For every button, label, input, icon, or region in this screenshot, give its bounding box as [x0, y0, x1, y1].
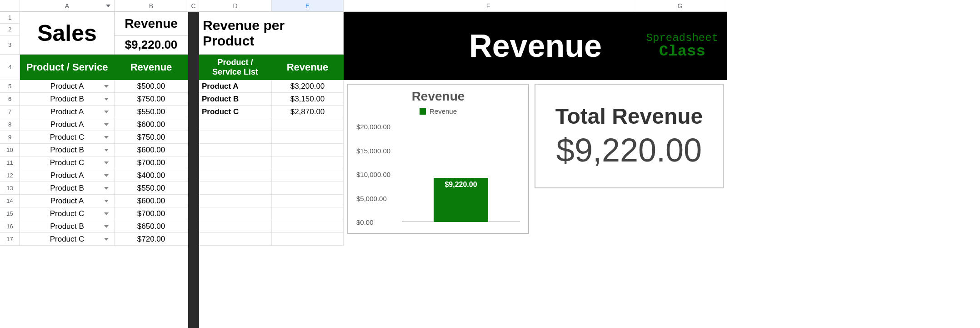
row-header-12[interactable]: 12 — [0, 169, 20, 182]
row-header-11[interactable]: 11 — [0, 156, 20, 169]
summary-revenue-cell[interactable] — [272, 207, 344, 220]
row-header-16[interactable]: 16 — [0, 220, 20, 233]
summary-product-cell[interactable]: Product C — [199, 106, 272, 118]
column-header-B[interactable]: B — [115, 0, 188, 12]
sales-product-cell[interactable]: Product A — [20, 80, 115, 93]
sales-product-cell[interactable]: Product A — [20, 118, 115, 131]
summary-revenue-cell[interactable] — [272, 144, 344, 156]
row-header-9[interactable]: 9 — [0, 131, 20, 144]
chart-bar-label: $9,220.00 — [434, 181, 488, 189]
column-header-D[interactable]: D — [199, 0, 272, 12]
sales-title[interactable]: Sales — [20, 12, 115, 55]
summary-revenue-cell[interactable] — [272, 169, 344, 182]
sales-product-cell[interactable]: Product C — [20, 233, 115, 246]
summary-revenue-cell[interactable] — [272, 220, 344, 233]
brand-logo: Spreadsheet Class — [646, 32, 718, 60]
summary-product-cell[interactable] — [199, 207, 272, 220]
sales-revenue-cell[interactable]: $550.00 — [115, 182, 188, 195]
row-header-7[interactable]: 7 — [0, 106, 20, 118]
sales-product-cell[interactable]: Product C — [20, 131, 115, 144]
chart-y-tick: $20,000.00 — [356, 123, 390, 131]
row-header-15[interactable]: 15 — [0, 207, 20, 220]
sales-revenue-cell[interactable]: $720.00 — [115, 233, 188, 246]
rpp-title[interactable]: Revenue per Product — [199, 12, 344, 55]
summary-revenue-cell[interactable]: $3,150.00 — [272, 93, 344, 106]
header-product-service-list[interactable]: Product / Service List — [199, 55, 272, 80]
total-revenue-box: Total Revenue $9,220.00 — [535, 84, 724, 188]
chart-title: Revenue — [348, 89, 528, 104]
sales-revenue-cell[interactable]: $600.00 — [115, 144, 188, 156]
sales-revenue-cell[interactable]: $750.00 — [115, 131, 188, 144]
summary-revenue-cell[interactable]: $3,200.00 — [272, 80, 344, 93]
summary-product-cell[interactable] — [199, 169, 272, 182]
chart-y-tick: $15,000.00 — [356, 146, 390, 154]
revenue-banner: Revenue Spreadsheet Class — [344, 12, 727, 80]
summary-revenue-cell[interactable] — [272, 195, 344, 207]
revenue-chart[interactable]: Revenue Revenue $0.00$5,000.00$10,000.00… — [347, 84, 529, 234]
row-header-2[interactable]: 2 — [0, 24, 20, 35]
revenue-total-cell[interactable]: $9,220.00 — [115, 35, 188, 55]
header-product-service[interactable]: Product / Service — [20, 55, 115, 80]
select-all-corner[interactable] — [0, 0, 20, 12]
row-header-17[interactable]: 17 — [0, 233, 20, 246]
sales-revenue-cell[interactable]: $700.00 — [115, 207, 188, 220]
header-revenue-a[interactable]: Revenue — [115, 55, 188, 80]
summary-revenue-cell[interactable] — [272, 182, 344, 195]
row-header-5[interactable]: 5 — [0, 80, 20, 93]
sales-product-cell[interactable]: Product B — [20, 144, 115, 156]
summary-revenue-cell[interactable] — [272, 118, 344, 131]
column-header-E[interactable]: E — [272, 0, 344, 12]
summary-revenue-cell[interactable] — [272, 131, 344, 144]
sales-revenue-cell[interactable]: $400.00 — [115, 169, 188, 182]
row-header-13[interactable]: 13 — [0, 182, 20, 195]
sales-revenue-cell[interactable]: $650.00 — [115, 220, 188, 233]
sales-product-cell[interactable]: Product A — [20, 195, 115, 207]
sales-revenue-cell[interactable]: $600.00 — [115, 118, 188, 131]
row-header-1[interactable]: 1 — [0, 12, 20, 24]
header-revenue-b[interactable]: Revenue — [272, 55, 344, 80]
summary-product-cell[interactable]: Product B — [199, 93, 272, 106]
sales-product-cell[interactable]: Product A — [20, 169, 115, 182]
divider-column-c — [188, 12, 199, 328]
sales-revenue-cell[interactable]: $500.00 — [115, 80, 188, 93]
column-header-A[interactable]: A — [20, 0, 115, 12]
column-header-G[interactable]: G — [633, 0, 727, 12]
sales-revenue-cell[interactable]: $550.00 — [115, 106, 188, 118]
column-header-C[interactable]: C — [188, 0, 199, 12]
sales-product-cell[interactable]: Product C — [20, 207, 115, 220]
row-header-8[interactable]: 8 — [0, 118, 20, 131]
chart-legend: Revenue — [348, 107, 528, 115]
column-dropdown-icon[interactable] — [106, 5, 110, 7]
row-header-14[interactable]: 14 — [0, 195, 20, 207]
summary-product-cell[interactable] — [199, 118, 272, 131]
summary-revenue-cell[interactable] — [272, 233, 344, 246]
summary-product-cell[interactable] — [199, 220, 272, 233]
sales-product-cell[interactable]: Product C — [20, 156, 115, 169]
sales-revenue-cell[interactable]: $750.00 — [115, 93, 188, 106]
revenue-label-cell[interactable]: Revenue — [115, 12, 188, 35]
chart-y-tick: $5,000.00 — [356, 194, 387, 202]
summary-product-cell[interactable] — [199, 195, 272, 207]
summary-product-cell[interactable] — [199, 182, 272, 195]
sales-product-cell[interactable]: Product B — [20, 220, 115, 233]
summary-product-cell[interactable]: Product A — [199, 80, 272, 93]
row-header-gutter: 1234567891011121314151617 — [0, 12, 20, 246]
summary-product-cell[interactable] — [199, 233, 272, 246]
total-revenue-value: $9,220.00 — [556, 131, 702, 169]
row-header-6[interactable]: 6 — [0, 93, 20, 106]
summary-revenue-cell[interactable]: $2,870.00 — [272, 106, 344, 118]
summary-revenue-cell[interactable] — [272, 156, 344, 169]
row-header-3[interactable]: 3 — [0, 35, 20, 55]
summary-product-cell[interactable] — [199, 156, 272, 169]
banner-title: Revenue — [469, 28, 602, 64]
sales-product-cell[interactable]: Product B — [20, 93, 115, 106]
summary-product-cell[interactable] — [199, 131, 272, 144]
sales-product-cell[interactable]: Product A — [20, 106, 115, 118]
row-header-4[interactable]: 4 — [0, 55, 20, 80]
sales-product-cell[interactable]: Product B — [20, 182, 115, 195]
summary-product-cell[interactable] — [199, 144, 272, 156]
sales-revenue-cell[interactable]: $600.00 — [115, 195, 188, 207]
column-header-F[interactable]: F — [344, 0, 633, 12]
row-header-10[interactable]: 10 — [0, 144, 20, 156]
sales-revenue-cell[interactable]: $700.00 — [115, 156, 188, 169]
